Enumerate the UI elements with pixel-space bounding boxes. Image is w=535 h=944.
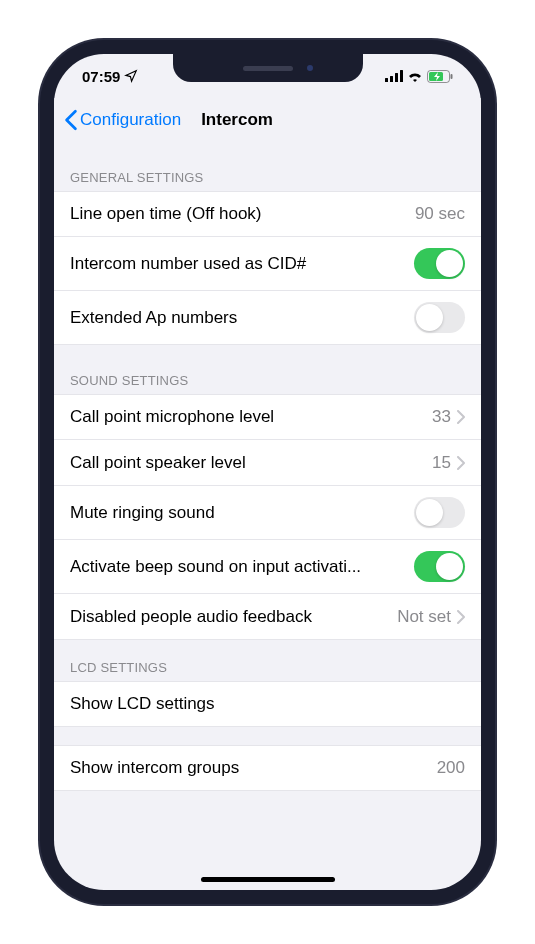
group-lcd: Show LCD settings	[54, 681, 481, 727]
back-button[interactable]: Configuration	[64, 109, 181, 131]
battery-icon	[427, 70, 453, 83]
row-speaker-level[interactable]: Call point speaker level 15	[54, 440, 481, 486]
row-line-open-time[interactable]: Line open time (Off hook) 90 sec	[54, 191, 481, 237]
svg-rect-6	[451, 74, 453, 79]
toggle-extended-ap[interactable]	[414, 302, 465, 333]
row-label: Disabled people audio feedback	[70, 607, 397, 627]
row-beep-sound[interactable]: Activate beep sound on input activati...	[54, 540, 481, 594]
row-value: 200	[437, 758, 465, 778]
row-mic-level[interactable]: Call point microphone level 33	[54, 394, 481, 440]
row-value: 15	[432, 453, 451, 473]
row-extended-ap[interactable]: Extended Ap numbers	[54, 291, 481, 345]
svg-rect-0	[385, 78, 388, 82]
section-header-general: GENERAL SETTINGS	[54, 142, 481, 191]
wifi-icon	[407, 70, 423, 82]
row-value: 33	[432, 407, 451, 427]
row-label: Call point speaker level	[70, 453, 432, 473]
row-mute-ringing[interactable]: Mute ringing sound	[54, 486, 481, 540]
chevron-left-icon	[64, 109, 78, 131]
row-audio-feedback[interactable]: Disabled people audio feedback Not set	[54, 594, 481, 640]
home-indicator[interactable]	[201, 877, 335, 882]
status-time: 07:59	[82, 68, 120, 85]
row-intercom-cid[interactable]: Intercom number used as CID#	[54, 237, 481, 291]
location-icon	[124, 69, 138, 83]
row-label: Mute ringing sound	[70, 503, 414, 523]
row-show-groups[interactable]: Show intercom groups 200	[54, 745, 481, 791]
toggle-beep-sound[interactable]	[414, 551, 465, 582]
content: GENERAL SETTINGS Line open time (Off hoo…	[54, 142, 481, 890]
nav-bar: Configuration Intercom	[54, 98, 481, 142]
notch	[173, 54, 363, 82]
row-label: Intercom number used as CID#	[70, 254, 414, 274]
svg-rect-2	[395, 73, 398, 82]
toggle-intercom-cid[interactable]	[414, 248, 465, 279]
group-intercom-groups: Show intercom groups 200	[54, 745, 481, 791]
screen: 07:59	[54, 54, 481, 890]
chevron-right-icon	[457, 610, 465, 624]
chevron-right-icon	[457, 410, 465, 424]
group-general: Line open time (Off hook) 90 sec Interco…	[54, 191, 481, 345]
row-label: Show intercom groups	[70, 758, 437, 778]
phone-frame: 07:59	[40, 40, 495, 904]
spacer	[54, 727, 481, 745]
section-header-lcd: LCD SETTINGS	[54, 640, 481, 681]
row-label: Extended Ap numbers	[70, 308, 414, 328]
svg-rect-3	[400, 70, 403, 82]
svg-rect-1	[390, 76, 393, 82]
row-label: Call point microphone level	[70, 407, 432, 427]
group-sound: Call point microphone level 33 Call poin…	[54, 394, 481, 640]
row-value: Not set	[397, 607, 451, 627]
back-label: Configuration	[80, 110, 181, 130]
row-value: 90 sec	[415, 204, 465, 224]
toggle-mute-ringing[interactable]	[414, 497, 465, 528]
chevron-right-icon	[457, 456, 465, 470]
cellular-icon	[385, 70, 403, 82]
row-label: Show LCD settings	[70, 694, 465, 714]
row-label: Activate beep sound on input activati...	[70, 557, 414, 577]
section-header-sound: SOUND SETTINGS	[54, 345, 481, 394]
nav-title: Intercom	[201, 110, 273, 130]
row-show-lcd[interactable]: Show LCD settings	[54, 681, 481, 727]
row-label: Line open time (Off hook)	[70, 204, 415, 224]
